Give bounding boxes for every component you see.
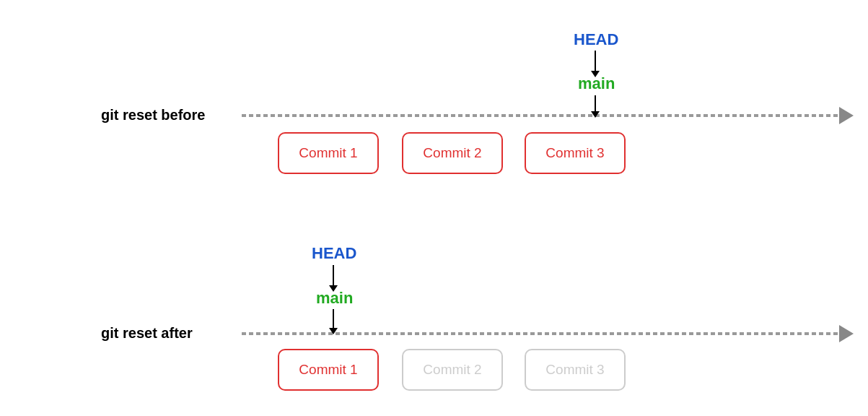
- top-head-arrow: [591, 51, 600, 77]
- bottom-commit-2: Commit 2: [402, 349, 503, 391]
- top-timeline: [242, 114, 841, 117]
- bottom-main-label: main: [316, 289, 353, 308]
- bottom-head-label: HEAD: [312, 244, 356, 263]
- top-head-label: HEAD: [574, 30, 618, 49]
- bottom-head-arrow: [329, 265, 338, 292]
- top-commit-1: Commit 1: [278, 132, 379, 174]
- top-section-label: git reset before: [101, 107, 205, 124]
- bottom-commit-1: Commit 1: [278, 349, 379, 391]
- bottom-main-arrow: [329, 309, 338, 334]
- bottom-section-label: git reset after: [101, 325, 193, 342]
- top-main-label: main: [578, 74, 615, 93]
- bottom-commit-3: Commit 3: [525, 349, 626, 391]
- top-commit-2: Commit 2: [402, 132, 503, 174]
- top-commit-3: Commit 3: [525, 132, 626, 174]
- top-main-arrow: [591, 95, 600, 118]
- diagram-container: git reset before HEAD main Commit 1 Comm…: [0, 0, 868, 416]
